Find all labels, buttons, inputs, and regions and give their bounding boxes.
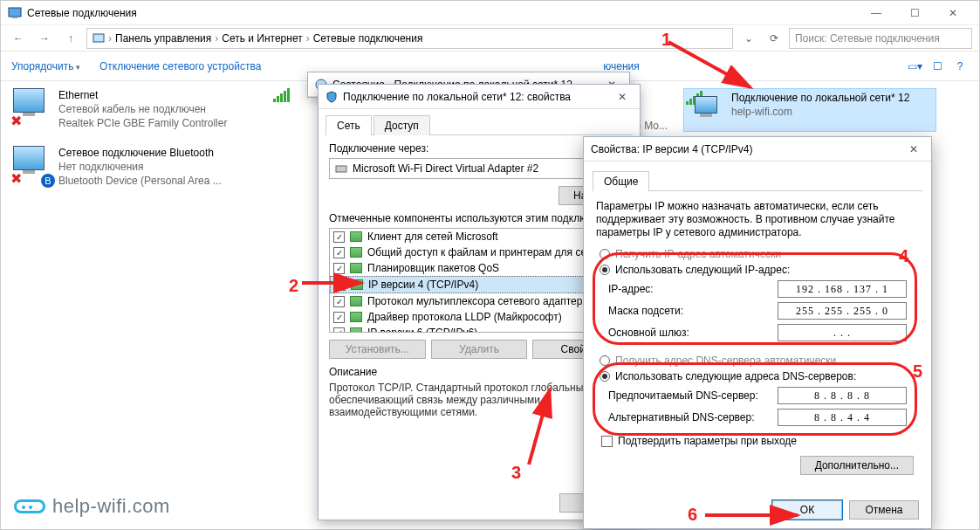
logo-icon bbox=[14, 499, 45, 513]
app-icon bbox=[8, 6, 22, 20]
help-button[interactable]: ? bbox=[951, 58, 969, 75]
advanced-button[interactable]: Дополнительно... bbox=[800, 456, 914, 475]
radio-icon bbox=[600, 265, 610, 275]
crumb-control-panel[interactable]: Панель управления bbox=[115, 32, 211, 45]
validate-row[interactable]: Подтвердить параметры при выходе bbox=[601, 435, 914, 447]
organize-menu[interactable]: Упорядочить bbox=[11, 60, 80, 72]
adapter-device: Bluetooth Device (Personal Area ... bbox=[58, 174, 222, 188]
dns2-row: Альтернативный DNS-сервер:8 . 8 . 4 . 4 bbox=[608, 409, 907, 426]
minimize-button[interactable]: — bbox=[857, 1, 895, 25]
dns2-input[interactable]: 8 . 8 . 4 . 4 bbox=[778, 409, 907, 426]
dns1-input[interactable]: 8 . 8 . 8 . 8 bbox=[778, 387, 907, 404]
window-title: Сетевые подключения bbox=[27, 7, 857, 19]
mask-label: Маска подсети: bbox=[608, 305, 778, 317]
adapter-name: Сетевое подключение Bluetooth bbox=[58, 146, 222, 160]
up-button[interactable]: ↑ bbox=[60, 28, 81, 49]
svg-rect-4 bbox=[336, 166, 346, 172]
checkbox-icon[interactable] bbox=[333, 263, 345, 274]
checkbox-icon[interactable] bbox=[601, 436, 613, 447]
adapter-ethernet[interactable]: ✖ Ethernet Сетевой кабель не подключен R… bbox=[13, 88, 249, 130]
tab-general[interactable]: Общие bbox=[593, 171, 649, 191]
component-icon bbox=[350, 296, 362, 306]
adapter-status: help-wifi.com bbox=[731, 105, 909, 119]
ethernet-icon bbox=[13, 88, 45, 113]
validate-label: Подтвердить параметры при выходе bbox=[618, 435, 797, 447]
tab-network[interactable]: Сеть bbox=[326, 115, 372, 135]
adapter-name-text: Microsoft Wi-Fi Direct Virtual Adapter #… bbox=[353, 162, 538, 175]
component-label: Планировщик пакетов QoS bbox=[367, 262, 499, 274]
back-button[interactable]: ← bbox=[8, 28, 29, 49]
disable-device-button[interactable]: Отключение сетевого устройства bbox=[99, 60, 261, 72]
crumb-network-internet[interactable]: Сеть и Интернет bbox=[222, 32, 302, 45]
checkbox-icon[interactable] bbox=[333, 231, 345, 243]
crumb-network-connections[interactable]: Сетевые подключения bbox=[313, 32, 423, 45]
component-icon bbox=[350, 247, 362, 258]
ip-address-row: IP-адрес:192 . 168 . 137 . 1 bbox=[608, 280, 907, 298]
radio-icon bbox=[600, 249, 610, 259]
dns2-label: Альтернативный DNS-сервер: bbox=[608, 411, 778, 423]
watermark-text: help-wifi.com bbox=[52, 495, 170, 518]
preview-pane-button[interactable]: ☐ bbox=[929, 58, 946, 75]
monitor-icon bbox=[695, 96, 717, 114]
checkbox-icon[interactable] bbox=[334, 279, 346, 291]
close-button[interactable]: ✕ bbox=[934, 1, 972, 25]
checkbox-icon[interactable] bbox=[333, 312, 345, 323]
search-input[interactable]: Поиск: Сетевые подключения bbox=[789, 28, 972, 49]
adapter-status: Нет подключения bbox=[58, 160, 222, 174]
props-title: Подключение по локальной сети* 12: свойс… bbox=[343, 91, 571, 103]
adapter-name: Подключение по локальной сети* 12 bbox=[731, 91, 909, 105]
forward-button[interactable]: → bbox=[34, 28, 55, 49]
subnet-mask-input[interactable]: 255 . 255 . 255 . 0 bbox=[778, 302, 907, 320]
svg-rect-0 bbox=[9, 8, 21, 17]
close-icon[interactable]: ✕ bbox=[903, 143, 924, 155]
radio-label: Получить адрес DNS-сервера автоматически bbox=[615, 354, 836, 367]
view-options-button[interactable]: ▭▾ bbox=[906, 58, 923, 75]
disconnected-icon: ✖ bbox=[10, 113, 22, 129]
component-icon bbox=[350, 312, 362, 322]
adapter-icon bbox=[335, 162, 347, 175]
address-bar: ← → ↑ › Панель управления › Сеть и Интер… bbox=[1, 25, 979, 52]
dropdown-button[interactable]: ⌄ bbox=[738, 28, 759, 49]
tab-access[interactable]: Доступ bbox=[373, 115, 430, 135]
radio-ip-auto[interactable]: Получить IP-адрес автоматически bbox=[600, 248, 915, 260]
main-titlebar: Сетевые подключения — ☐ ✕ bbox=[1, 1, 979, 25]
close-icon[interactable]: ✕ bbox=[612, 91, 633, 103]
ip-label: IP-адрес: bbox=[608, 283, 778, 295]
radio-label: Получить IP-адрес автоматически bbox=[615, 248, 781, 260]
gateway-row: Основной шлюз:. . . bbox=[608, 324, 907, 341]
component-icon bbox=[350, 263, 362, 273]
adapter-bluetooth[interactable]: ✖ B Сетевое подключение Bluetooth Нет по… bbox=[13, 146, 249, 188]
dns1-row: Предпочитаемый DNS-сервер:8 . 8 . 8 . 8 bbox=[608, 387, 907, 404]
radio-label: Использовать следующие адреса DNS-сервер… bbox=[615, 370, 856, 382]
component-label: Клиент для сетей Microsoft bbox=[367, 231, 498, 243]
refresh-button[interactable]: ⟳ bbox=[764, 29, 784, 48]
shield-icon bbox=[326, 91, 338, 103]
control-panel-icon bbox=[93, 32, 105, 45]
radio-ip-manual[interactable]: Использовать следующий IP-адрес: bbox=[600, 264, 915, 276]
radio-dns-manual[interactable]: Использовать следующие адреса DNS-сервер… bbox=[600, 370, 915, 382]
component-label: Драйвер протокола LLDP (Майкрософт) bbox=[367, 311, 562, 323]
checkbox-icon[interactable] bbox=[333, 296, 345, 307]
cancel-button[interactable]: Отмена bbox=[849, 500, 919, 520]
svg-rect-2 bbox=[93, 34, 104, 42]
bt-monitor-icon bbox=[13, 146, 45, 170]
component-label: IP версии 4 (TCP/IPv4) bbox=[368, 279, 478, 291]
adapter-local12[interactable]: Подключение по локальной сети* 12 help-w… bbox=[683, 88, 936, 132]
bluetooth-icon: B bbox=[41, 174, 55, 188]
component-label: IP версии 6 (TCP/IPv6) bbox=[367, 327, 477, 333]
maximize-button[interactable]: ☐ bbox=[895, 1, 934, 25]
breadcrumb[interactable]: › Панель управления › Сеть и Интернет › … bbox=[86, 28, 733, 49]
remove-button: Удалить bbox=[431, 340, 528, 359]
ipv4-info-text: Параметры IP можно назначать автоматичес… bbox=[596, 200, 919, 239]
subnet-mask-row: Маска подсети:255 . 255 . 255 . 0 bbox=[608, 302, 907, 320]
checkbox-icon[interactable] bbox=[333, 247, 345, 258]
checkbox-icon[interactable] bbox=[333, 327, 345, 334]
connections-menu[interactable]: ючения bbox=[603, 60, 640, 72]
ok-button[interactable]: ОК bbox=[772, 500, 842, 520]
radio-icon bbox=[600, 355, 610, 366]
install-button[interactable]: Установить... bbox=[329, 340, 426, 359]
gateway-input[interactable]: . . . bbox=[778, 324, 907, 341]
component-label: Протокол мультиплексора сетевого адаптер… bbox=[367, 295, 588, 307]
ip-address-input[interactable]: 192 . 168 . 137 . 1 bbox=[778, 280, 907, 298]
wifi-icon bbox=[273, 88, 290, 102]
